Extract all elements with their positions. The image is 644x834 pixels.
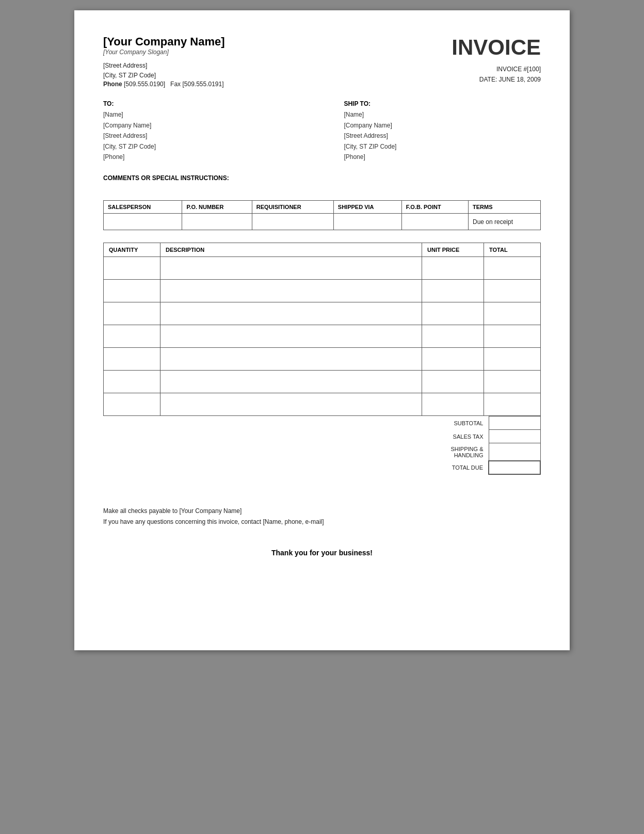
item-total-5 — [484, 348, 541, 371]
invoice-header-right: INVOICE INVOICE #[100] DATE: JUNE 18, 20… — [452, 35, 541, 85]
table-row — [104, 257, 541, 280]
subtotal-value — [489, 416, 540, 430]
company-city-zip: [City, ST ZIP Code] — [103, 71, 225, 81]
order-header-terms: TERMS — [469, 201, 541, 214]
item-desc-6 — [160, 371, 422, 393]
invoice-date: JUNE 18, 2009 — [499, 76, 541, 83]
subtotal-label: SUBTOTAL — [422, 416, 489, 430]
order-salesperson-value — [104, 214, 182, 230]
total-due-label: TOTAL DUE — [422, 461, 489, 474]
item-unit-2 — [422, 280, 484, 302]
item-total-2 — [484, 280, 541, 302]
questions-note: If you have any questions concerning thi… — [103, 517, 541, 528]
item-qty-2 — [104, 280, 160, 302]
order-table: SALESPERSON P.O. NUMBER REQUISITIONER SH… — [103, 200, 541, 230]
sales-tax-label: SALES TAX — [422, 430, 489, 443]
item-qty-1 — [104, 257, 160, 280]
item-unit-5 — [422, 348, 484, 371]
ship-to-street: [Street Address] — [344, 131, 541, 141]
totals-table: SUBTOTAL SALES TAX SHIPPING & HANDLING T… — [422, 416, 541, 475]
subtotal-row: SUBTOTAL — [422, 416, 540, 430]
order-requisitioner-value — [252, 214, 333, 230]
item-desc-7 — [160, 393, 422, 416]
order-header-po-number: P.O. NUMBER — [182, 201, 252, 214]
item-qty-3 — [104, 302, 160, 325]
header-section: [Your Company Name] [Your Company Slogan… — [103, 35, 541, 88]
item-desc-5 — [160, 348, 422, 371]
invoice-number: [100] — [527, 66, 541, 73]
order-fob-value — [401, 214, 468, 230]
company-street: [Street Address] — [103, 61, 225, 71]
invoice-date-label: DATE: — [479, 76, 497, 83]
order-table-row: Due on receipt — [104, 214, 541, 230]
ship-to-phone: [Phone] — [344, 152, 541, 162]
item-desc-3 — [160, 302, 422, 325]
shipping-row: SHIPPING & HANDLING — [422, 443, 540, 461]
table-row — [104, 325, 541, 348]
ship-to-company: [Company Name] — [344, 120, 541, 131]
items-header-total: TOTAL — [484, 243, 541, 257]
invoice-page: [Your Company Name] [Your Company Slogan… — [74, 10, 570, 650]
bill-to-street: [Street Address] — [103, 131, 300, 141]
invoice-title: INVOICE — [452, 35, 541, 60]
item-total-3 — [484, 302, 541, 325]
bill-to-phone: [Phone] — [103, 152, 300, 162]
item-unit-6 — [422, 371, 484, 393]
item-desc-1 — [160, 257, 422, 280]
table-row — [104, 371, 541, 393]
items-header-unit-price: UNIT PRICE — [422, 243, 484, 257]
totals-section: SUBTOTAL SALES TAX SHIPPING & HANDLING T… — [103, 416, 541, 475]
bill-to-city: [City, ST ZIP Code] — [103, 141, 300, 152]
phone-number: [509.555.0190] — [124, 81, 165, 88]
item-total-1 — [484, 257, 541, 280]
item-unit-4 — [422, 325, 484, 348]
order-terms-value: Due on receipt — [469, 214, 541, 230]
company-slogan: [Your Company Slogan] — [103, 49, 225, 56]
table-row — [104, 348, 541, 371]
comments-label: COMMENTS OR SPECIAL INSTRUCTIONS: — [103, 174, 541, 182]
item-qty-5 — [104, 348, 160, 371]
bill-to-label: TO: — [103, 100, 300, 107]
sales-tax-value — [489, 430, 540, 443]
company-phone-fax: Phone [509.555.0190] Fax [509.555.0191] — [103, 81, 225, 88]
total-due-value — [489, 461, 540, 474]
footer-notes: Make all checks payable to [Your Company… — [103, 506, 541, 528]
ship-to-city: [City, ST ZIP Code] — [344, 141, 541, 152]
invoice-number-label: INVOICE # — [496, 66, 527, 73]
fax-number: [509.555.0191] — [182, 81, 223, 88]
invoice-date-line: DATE: JUNE 18, 2009 — [452, 74, 541, 85]
shipping-value — [489, 443, 540, 461]
bill-to-name: [Name] — [103, 109, 300, 120]
table-row — [104, 280, 541, 302]
order-header-salesperson: SALESPERSON — [104, 201, 182, 214]
item-qty-6 — [104, 371, 160, 393]
ship-to-label: SHIP TO: — [344, 100, 541, 107]
item-total-7 — [484, 393, 541, 416]
fax-label: Fax — [170, 81, 181, 88]
item-unit-3 — [422, 302, 484, 325]
table-row — [104, 302, 541, 325]
company-info: [Your Company Name] [Your Company Slogan… — [103, 35, 225, 88]
bill-to-company: [Company Name] — [103, 120, 300, 131]
table-row — [104, 393, 541, 416]
items-header-quantity: QUANTITY — [104, 243, 160, 257]
order-header-shipped-via: SHIPPED VIA — [333, 201, 401, 214]
item-unit-1 — [422, 257, 484, 280]
order-header-fob-point: F.O.B. POINT — [401, 201, 468, 214]
footer-section: Make all checks payable to [Your Company… — [103, 506, 541, 557]
item-desc-2 — [160, 280, 422, 302]
items-table: QUANTITY DESCRIPTION UNIT PRICE TOTAL — [103, 243, 541, 416]
order-po-value — [182, 214, 252, 230]
bill-to-block: TO: [Name] [Company Name] [Street Addres… — [103, 100, 300, 162]
item-desc-4 — [160, 325, 422, 348]
order-header-requisitioner: REQUISITIONER — [252, 201, 333, 214]
item-total-4 — [484, 325, 541, 348]
thank-you-message: Thank you for your business! — [103, 549, 541, 557]
phone-label: Phone — [103, 81, 122, 88]
ship-to-block: SHIP TO: [Name] [Company Name] [Street A… — [344, 100, 541, 162]
total-due-row: TOTAL DUE — [422, 461, 540, 474]
invoice-meta: INVOICE #[100] DATE: JUNE 18, 2009 — [452, 64, 541, 85]
comments-section: COMMENTS OR SPECIAL INSTRUCTIONS: — [103, 174, 541, 182]
order-shipped-via-value — [333, 214, 401, 230]
company-name: [Your Company Name] — [103, 35, 225, 49]
